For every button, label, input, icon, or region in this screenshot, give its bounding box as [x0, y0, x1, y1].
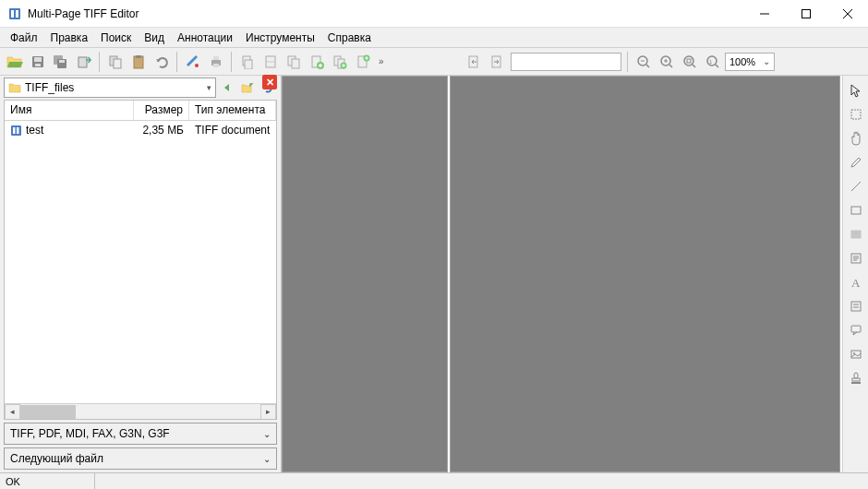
svg-rect-21 [213, 64, 219, 67]
svg-line-60 [851, 182, 861, 191]
status-text: OK [6, 476, 20, 487]
svg-text:1: 1 [709, 59, 713, 65]
svg-rect-58 [17, 127, 19, 134]
undo-button[interactable] [151, 51, 173, 73]
filled-rect-tool[interactable] [846, 223, 866, 245]
file-icon [10, 125, 22, 137]
horizontal-scrollbar[interactable]: ◂ ▸ [5, 403, 276, 419]
nav-up-button[interactable] [238, 78, 257, 97]
svg-rect-23 [245, 60, 252, 69]
file-type: TIFF document [189, 124, 276, 137]
col-header-name[interactable]: Имя [5, 101, 134, 120]
svg-rect-4 [802, 9, 810, 18]
svg-rect-52 [687, 59, 691, 63]
save-button[interactable] [27, 51, 49, 73]
file-filter-combo[interactable]: TIFF, PDF, MDI, FAX, G3N, G3F ⌄ [4, 423, 277, 445]
page-first-button[interactable] [236, 51, 259, 73]
thumbnail-pane[interactable] [282, 76, 448, 472]
page-copy-button[interactable] [283, 51, 305, 73]
zoom-combo[interactable]: 100% ⌄ [725, 53, 775, 71]
svg-rect-56 [11, 125, 21, 136]
statusbar: OK [0, 472, 868, 489]
zoom-in-button[interactable] [656, 51, 678, 73]
zoom-fit-button[interactable] [679, 51, 701, 73]
col-header-type[interactable]: Тип элемента [189, 101, 276, 120]
page-append-button[interactable] [352, 51, 374, 73]
print-button[interactable] [205, 51, 227, 73]
page-cut-button[interactable] [259, 51, 282, 73]
scroll-left-button[interactable]: ◂ [5, 404, 20, 420]
menubar: Файл Правка Поиск Вид Аннотации Инструме… [0, 28, 868, 48]
stamp-tool[interactable] [846, 367, 866, 389]
highlight-tool[interactable] [846, 295, 866, 317]
menu-search[interactable]: Поиск [94, 30, 138, 46]
note-tool[interactable] [846, 247, 866, 269]
maximize-button[interactable] [785, 0, 826, 28]
text-tool[interactable]: A [846, 271, 866, 293]
menu-file[interactable]: Файл [4, 30, 44, 46]
folder-name: TIFF_files [25, 81, 74, 94]
chevron-down-icon: ⌄ [263, 429, 271, 439]
svg-rect-62 [851, 231, 861, 238]
svg-rect-59 [851, 110, 861, 119]
prev-page-button[interactable] [463, 51, 485, 73]
svg-line-44 [646, 65, 649, 67]
svg-line-47 [669, 65, 672, 67]
pencil-tool[interactable] [846, 151, 866, 173]
chevron-down-icon: ⌄ [763, 56, 770, 66]
paste-button[interactable] [127, 51, 150, 73]
menu-annotations[interactable]: Аннотации [171, 30, 239, 46]
image-tool[interactable] [846, 343, 866, 365]
page-number-input[interactable] [511, 53, 621, 71]
export-button[interactable] [73, 51, 95, 73]
open-button[interactable] [4, 51, 26, 73]
zoom-out-button[interactable] [633, 51, 655, 73]
svg-rect-71 [851, 326, 861, 332]
file-name: test [26, 124, 43, 137]
menu-help[interactable]: Справка [321, 30, 378, 46]
folder-icon [8, 82, 21, 93]
svg-rect-27 [292, 59, 299, 68]
callout-tool[interactable] [846, 319, 866, 341]
svg-rect-20 [213, 56, 219, 60]
page-insert-button[interactable] [329, 51, 351, 73]
svg-point-18 [195, 64, 199, 67]
copy-button[interactable] [104, 51, 127, 73]
panel-close-button[interactable]: ✕ [262, 75, 277, 89]
hand-tool[interactable] [846, 127, 866, 149]
toolbar-overflow-icon[interactable]: » [379, 56, 384, 66]
scan-button[interactable] [182, 51, 204, 73]
svg-rect-57 [13, 127, 16, 134]
next-page-button[interactable] [486, 51, 508, 73]
pointer-tool[interactable] [846, 79, 866, 101]
rect-tool[interactable] [846, 199, 866, 221]
close-button[interactable] [826, 0, 868, 28]
nav-back-button[interactable] [218, 78, 236, 97]
svg-rect-68 [851, 302, 861, 311]
main-viewer-pane[interactable] [450, 76, 840, 472]
col-header-size[interactable]: Размер [134, 101, 189, 120]
menu-view[interactable]: Вид [138, 30, 171, 46]
select-tool[interactable] [846, 103, 866, 125]
next-file-combo[interactable]: Следующий файл ⌄ [4, 447, 277, 470]
list-item[interactable]: test 2,35 МБ TIFF document [5, 121, 276, 139]
line-tool[interactable] [846, 175, 866, 197]
menu-edit[interactable]: Правка [44, 30, 95, 46]
scroll-right-button[interactable]: ▸ [260, 404, 276, 420]
svg-rect-0 [9, 8, 20, 19]
svg-text:A: A [851, 276, 861, 289]
svg-rect-13 [78, 57, 87, 67]
svg-rect-9 [35, 64, 41, 66]
minimize-button[interactable] [743, 0, 785, 28]
zoom-value: 100% [729, 56, 755, 67]
menu-tools[interactable]: Инструменты [239, 30, 321, 46]
page-add-button[interactable] [306, 51, 328, 73]
save-all-button[interactable] [50, 51, 72, 73]
svg-point-50 [684, 56, 693, 66]
scroll-thumb[interactable] [20, 405, 76, 419]
zoom-actual-button[interactable]: 1 [702, 51, 724, 73]
folder-path-combo[interactable]: TIFF_files ▾ [4, 78, 216, 98]
svg-rect-12 [59, 60, 65, 63]
svg-rect-15 [114, 59, 121, 68]
filter-value: TIFF, PDF, MDI, FAX, G3N, G3F [10, 427, 170, 440]
